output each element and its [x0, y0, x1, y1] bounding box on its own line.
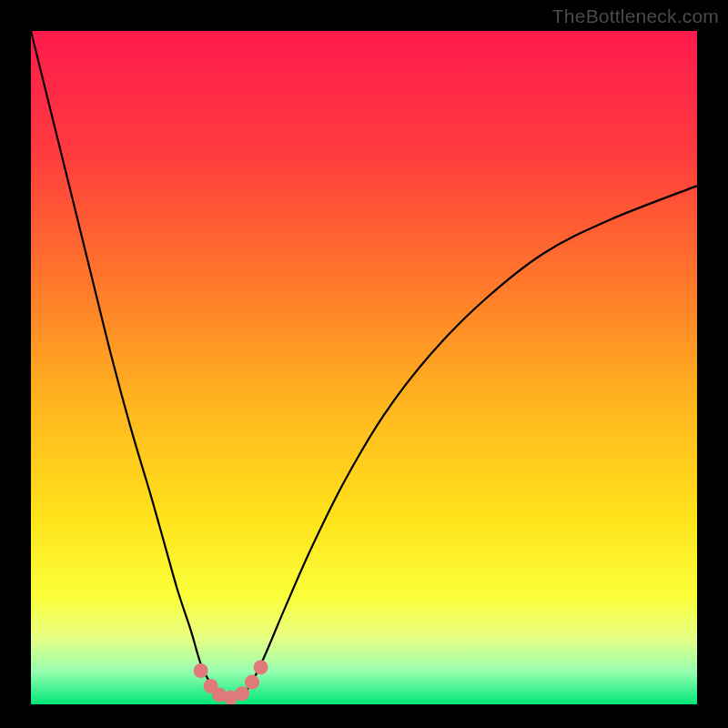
- bottleneck-chart: [31, 31, 697, 704]
- chart-background: [31, 31, 697, 704]
- curve-marker: [245, 675, 259, 690]
- chart-frame: TheBottleneck.com: [0, 0, 728, 728]
- curve-marker: [194, 663, 208, 678]
- curve-marker: [254, 660, 268, 674]
- watermark-label: TheBottleneck.com: [552, 5, 719, 27]
- curve-marker: [235, 686, 249, 701]
